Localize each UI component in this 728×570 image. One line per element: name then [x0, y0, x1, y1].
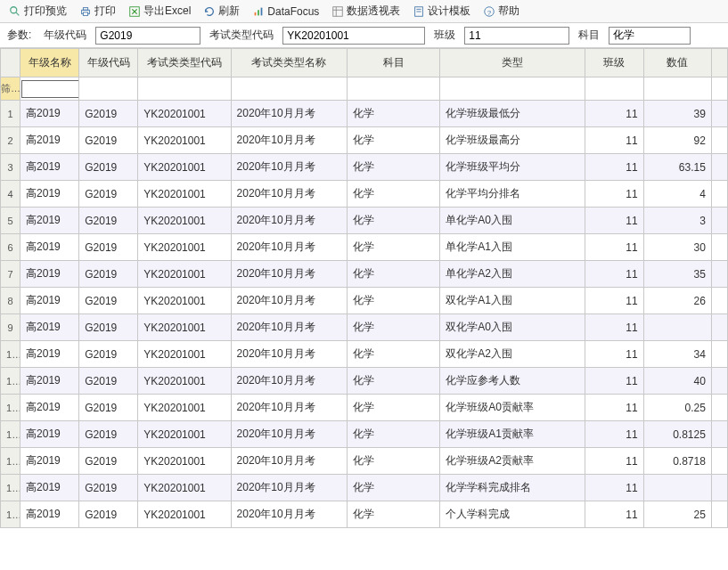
cell-grade-name[interactable]: 高2019 — [20, 368, 79, 395]
cell-exam-type-code[interactable]: YK20201001 — [138, 261, 231, 288]
cell-subject[interactable]: 化学 — [347, 448, 439, 475]
cell-type[interactable]: 化学班级最高分 — [440, 127, 585, 154]
cell-class[interactable]: 11 — [585, 501, 643, 528]
cell-class[interactable]: 11 — [585, 101, 643, 127]
cell-subject[interactable]: 化学 — [347, 154, 439, 181]
refresh-button[interactable]: 刷新 — [198, 2, 245, 20]
cell-type[interactable]: 化学班级A0贡献率 — [440, 395, 585, 421]
cell-grade-name[interactable]: 高2019 — [20, 314, 79, 341]
col-subject[interactable]: 科目 — [347, 49, 439, 77]
cell-value[interactable]: 4 — [643, 181, 711, 208]
table-row[interactable]: 3高2019G2019YK202010012020年10月月考化学化学班级平均分… — [1, 154, 728, 181]
cell-value[interactable]: 25 — [643, 501, 711, 528]
cell-class[interactable]: 11 — [585, 421, 643, 448]
cell-grade-code[interactable]: G2019 — [79, 101, 138, 127]
cell-grade-name[interactable]: 高2019 — [20, 448, 79, 475]
cell-value[interactable]: 3 — [643, 208, 711, 234]
cell-type[interactable]: 单化学A0入围 — [440, 208, 585, 234]
table-row[interactable]: 9高2019G2019YK202010012020年10月月考化学双化学A0入围… — [1, 314, 728, 341]
table-row[interactable]: 12高2019G2019YK202010012020年10月月考化学化学班级A0… — [1, 395, 728, 421]
cell-grade-code[interactable]: G2019 — [79, 475, 138, 501]
cell-exam-type-name[interactable]: 2020年10月月考 — [231, 288, 347, 314]
cell-value[interactable]: 35 — [643, 261, 711, 288]
cell-type[interactable]: 双化学A0入围 — [440, 314, 585, 341]
cell-type[interactable]: 双化学A1入围 — [440, 288, 585, 314]
table-row[interactable]: 6高2019G2019YK202010012020年10月月考化学单化学A1入围… — [1, 234, 728, 261]
cell-value[interactable]: 92 — [643, 127, 711, 154]
cell-exam-type-code[interactable]: YK20201001 — [138, 288, 231, 314]
cell-class[interactable]: 11 — [585, 395, 643, 421]
cell-exam-type-code[interactable]: YK20201001 — [138, 475, 231, 501]
filter-exam-type-code-cell[interactable] — [138, 77, 231, 101]
col-type[interactable]: 类型 — [440, 49, 585, 77]
cell-class[interactable]: 11 — [585, 314, 643, 341]
cell-grade-code[interactable]: G2019 — [79, 314, 138, 341]
cell-class[interactable]: 11 — [585, 368, 643, 395]
cell-exam-type-code[interactable]: YK20201001 — [138, 341, 231, 368]
cell-grade-code[interactable]: G2019 — [79, 234, 138, 261]
table-row[interactable]: 15高2019G2019YK202010012020年10月月考化学化学学科完成… — [1, 475, 728, 501]
cell-exam-type-code[interactable]: YK20201001 — [138, 181, 231, 208]
cell-class[interactable]: 11 — [585, 154, 643, 181]
cell-exam-type-code[interactable]: YK20201001 — [138, 234, 231, 261]
cell-grade-name[interactable]: 高2019 — [20, 475, 79, 501]
cell-grade-name[interactable]: 高2019 — [20, 341, 79, 368]
cell-exam-type-name[interactable]: 2020年10月月考 — [231, 395, 347, 421]
cell-grade-name[interactable]: 高2019 — [20, 208, 79, 234]
cell-grade-code[interactable]: G2019 — [79, 395, 138, 421]
cell-value[interactable]: 0.8125 — [643, 421, 711, 448]
cell-class[interactable]: 11 — [585, 208, 643, 234]
cell-value[interactable]: 63.15 — [643, 154, 711, 181]
cell-grade-code[interactable]: G2019 — [79, 421, 138, 448]
cell-value[interactable]: 39 — [643, 101, 711, 127]
cell-type[interactable]: 化学应参考人数 — [440, 368, 585, 395]
cell-type[interactable]: 单化学A2入围 — [440, 261, 585, 288]
cell-subject[interactable]: 化学 — [347, 341, 439, 368]
cell-exam-type-name[interactable]: 2020年10月月考 — [231, 501, 347, 528]
grade-code-input[interactable] — [95, 27, 200, 45]
print-button[interactable]: 打印 — [74, 2, 121, 20]
cell-subject[interactable]: 化学 — [347, 501, 439, 528]
cell-subject[interactable]: 化学 — [347, 421, 439, 448]
cell-class[interactable]: 11 — [585, 261, 643, 288]
cell-grade-code[interactable]: G2019 — [79, 448, 138, 475]
cell-class[interactable]: 11 — [585, 127, 643, 154]
cell-subject[interactable]: 化学 — [347, 288, 439, 314]
cell-exam-type-code[interactable]: YK20201001 — [138, 368, 231, 395]
table-row[interactable]: 4高2019G2019YK202010012020年10月月考化学化学平均分排名… — [1, 181, 728, 208]
subject-input[interactable] — [609, 27, 691, 45]
cell-type[interactable]: 单化学A1入围 — [440, 234, 585, 261]
cell-exam-type-code[interactable]: YK20201001 — [138, 154, 231, 181]
filter-subject-cell[interactable] — [347, 77, 439, 101]
cell-exam-type-name[interactable]: 2020年10月月考 — [231, 448, 347, 475]
filter-value-cell[interactable] — [643, 77, 711, 101]
cell-subject[interactable]: 化学 — [347, 181, 439, 208]
cell-subject[interactable]: 化学 — [347, 127, 439, 154]
cell-class[interactable]: 11 — [585, 288, 643, 314]
export-excel-button[interactable]: 导出Excel — [123, 2, 196, 20]
cell-grade-code[interactable]: G2019 — [79, 154, 138, 181]
cell-grade-code[interactable]: G2019 — [79, 181, 138, 208]
cell-grade-name[interactable]: 高2019 — [20, 101, 79, 127]
table-row[interactable]: 16高2019G2019YK202010012020年10月月考化学个人学科完成… — [1, 501, 728, 528]
cell-class[interactable]: 11 — [585, 448, 643, 475]
class-input[interactable] — [464, 27, 569, 45]
cell-grade-code[interactable]: G2019 — [79, 341, 138, 368]
cell-subject[interactable]: 化学 — [347, 101, 439, 127]
cell-exam-type-name[interactable]: 2020年10月月考 — [231, 261, 347, 288]
cell-value[interactable] — [643, 314, 711, 341]
cell-grade-name[interactable]: 高2019 — [20, 234, 79, 261]
table-row[interactable]: 10高2019G2019YK202010012020年10月月考化学双化学A2入… — [1, 341, 728, 368]
cell-exam-type-code[interactable]: YK20201001 — [138, 101, 231, 127]
filter-exam-type-name-cell[interactable] — [231, 77, 347, 101]
print-preview-button[interactable]: 打印预览 — [4, 2, 72, 20]
cell-exam-type-name[interactable]: 2020年10月月考 — [231, 314, 347, 341]
cell-value[interactable]: 40 — [643, 368, 711, 395]
cell-exam-type-name[interactable]: 2020年10月月考 — [231, 127, 347, 154]
cell-subject[interactable]: 化学 — [347, 208, 439, 234]
cell-grade-name[interactable]: 高2019 — [20, 395, 79, 421]
cell-type[interactable]: 化学平均分排名 — [440, 181, 585, 208]
cell-grade-code[interactable]: G2019 — [79, 127, 138, 154]
cell-exam-type-code[interactable]: YK20201001 — [138, 448, 231, 475]
pivot-button[interactable]: 数据透视表 — [326, 2, 405, 20]
